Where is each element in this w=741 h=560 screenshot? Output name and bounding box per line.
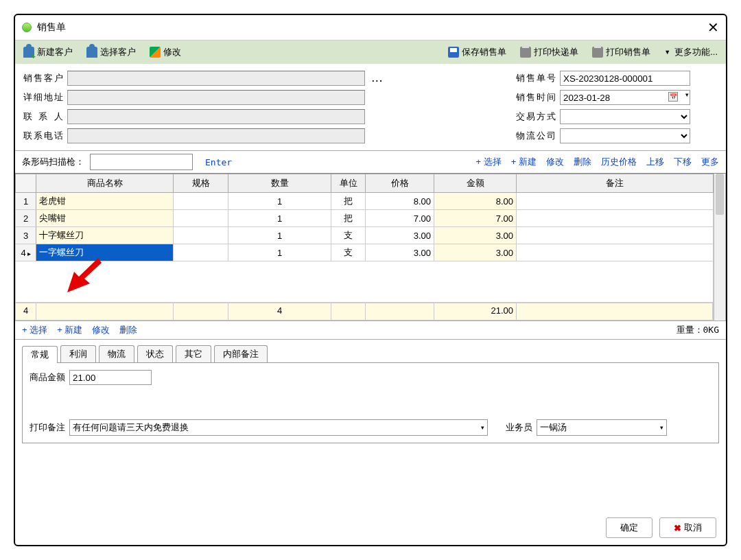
- save-icon: [448, 47, 459, 58]
- cancel-button[interactable]: ✖取消: [659, 517, 716, 538]
- grid-delete-button[interactable]: 删除: [574, 156, 591, 168]
- logistics-label: 物流公司: [516, 130, 556, 142]
- print-order-button[interactable]: 打印销售单: [589, 45, 653, 60]
- print-remark-label: 打印备注: [30, 421, 65, 434]
- col-unit[interactable]: 单位: [331, 174, 366, 193]
- grid-more-button[interactable]: 更多: [701, 156, 719, 168]
- col-remark[interactable]: 备注: [517, 174, 714, 193]
- table-row[interactable]: 3十字螺丝刀1支3.003.00: [16, 227, 714, 244]
- bottom-modify-button[interactable]: 修改: [92, 324, 110, 336]
- bottom-select-button[interactable]: + 选择: [22, 324, 47, 336]
- tab-status[interactable]: 状态: [137, 345, 173, 362]
- product-amount-label: 商品金额: [30, 371, 65, 384]
- person-plus-icon: [23, 47, 34, 58]
- cell-remark[interactable]: [517, 210, 714, 227]
- items-grid[interactable]: 商品名称 规格 数量 单位 价格 金额 备注 1老虎钳1把8.008.002尖嘴…: [15, 174, 714, 320]
- contact-input[interactable]: [67, 109, 365, 124]
- order-no-label: 销售单号: [516, 72, 556, 84]
- col-amount[interactable]: 金额: [434, 174, 517, 193]
- table-row[interactable]: 1老虎钳1把8.008.00: [16, 193, 714, 210]
- cell-qty[interactable]: 1: [228, 193, 331, 210]
- grid-history-button[interactable]: 历史价格: [601, 156, 637, 168]
- grid-empty-area: [15, 261, 714, 303]
- cell-unit[interactable]: 支: [331, 227, 366, 244]
- col-qty[interactable]: 数量: [228, 174, 331, 193]
- cell-remark[interactable]: [517, 193, 714, 210]
- ok-button[interactable]: 确定: [606, 517, 652, 538]
- logistics-select[interactable]: [560, 128, 690, 143]
- cell-unit[interactable]: 把: [331, 193, 366, 210]
- select-customer-button[interactable]: 选择客户: [84, 45, 139, 60]
- grid-select-button[interactable]: + 选择: [476, 156, 502, 168]
- cell-remark[interactable]: [517, 244, 714, 261]
- phone-input[interactable]: [67, 128, 365, 143]
- new-customer-button[interactable]: 新建客户: [21, 45, 75, 60]
- tab-profit[interactable]: 利润: [60, 345, 96, 362]
- tab-internal-remark[interactable]: 内部备注: [214, 345, 268, 362]
- salesperson-label: 业务员: [506, 421, 532, 434]
- cell-amount[interactable]: 3.00: [434, 227, 517, 244]
- modify-label: 修改: [163, 46, 181, 58]
- save-order-button[interactable]: 保存销售单: [445, 45, 509, 60]
- chevron-down-icon[interactable]: ▾: [685, 91, 689, 98]
- col-price[interactable]: 价格: [366, 174, 434, 193]
- enter-hint: Enter: [205, 157, 232, 167]
- print-express-button[interactable]: 打印快递单: [517, 45, 581, 60]
- bottom-new-button[interactable]: + 新建: [57, 324, 82, 336]
- cell-name[interactable]: 尖嘴钳: [36, 210, 174, 227]
- table-row[interactable]: 2尖嘴钳1把7.007.00: [16, 210, 714, 227]
- customer-label: 销售客户: [23, 72, 63, 84]
- cell-spec[interactable]: [174, 193, 228, 210]
- cell-spec[interactable]: [174, 210, 228, 227]
- close-icon[interactable]: ✕: [707, 19, 719, 36]
- save-order-label: 保存销售单: [462, 46, 506, 58]
- cell-spec[interactable]: [174, 244, 228, 261]
- cell-qty[interactable]: 1: [228, 227, 331, 244]
- cell-spec[interactable]: [174, 227, 228, 244]
- cell-name[interactable]: 十字螺丝刀: [36, 227, 174, 244]
- modify-button[interactable]: 修改: [147, 45, 184, 60]
- row-number: 3: [16, 227, 36, 244]
- salesperson-combo[interactable]: 一锅汤 ▾: [537, 419, 667, 436]
- grid-modify-button[interactable]: 修改: [546, 156, 564, 168]
- tab-general[interactable]: 常规: [22, 346, 58, 363]
- cell-remark[interactable]: [517, 227, 714, 244]
- cell-amount[interactable]: 8.00: [434, 193, 517, 210]
- cell-price[interactable]: 3.00: [366, 244, 434, 261]
- trade-type-select[interactable]: [560, 109, 690, 124]
- cell-price[interactable]: 3.00: [366, 227, 434, 244]
- barcode-input[interactable]: [90, 154, 193, 170]
- items-grid-wrap: 商品名称 规格 数量 单位 价格 金额 备注 1老虎钳1把8.008.002尖嘴…: [15, 173, 726, 320]
- svg-marker-0: [67, 258, 102, 292]
- grid-movedown-button[interactable]: 下移: [674, 156, 692, 168]
- phone-label: 联系电话: [23, 130, 63, 142]
- contact-label: 联 系 人: [23, 110, 63, 123]
- product-amount-input[interactable]: [69, 370, 152, 385]
- bottom-delete-button[interactable]: 删除: [119, 324, 137, 336]
- more-functions-button[interactable]: ▼ 更多功能...: [661, 45, 720, 60]
- row-number: 1: [16, 193, 36, 210]
- grid-moveup-button[interactable]: 上移: [646, 156, 664, 168]
- cell-unit[interactable]: 把: [331, 210, 366, 227]
- grid-new-button[interactable]: + 新建: [511, 156, 537, 168]
- customer-input[interactable]: [67, 71, 365, 86]
- col-name[interactable]: 商品名称: [36, 174, 174, 193]
- table-row[interactable]: 4一字螺丝刀1支3.003.00: [16, 244, 714, 261]
- col-spec[interactable]: 规格: [174, 174, 228, 193]
- address-input[interactable]: [67, 90, 365, 105]
- cell-name[interactable]: 老虎钳: [36, 193, 174, 210]
- print-remark-combo[interactable]: 有任何问题请三天内免费退换 ▾: [69, 419, 488, 436]
- cell-amount[interactable]: 3.00: [434, 244, 517, 261]
- cell-qty[interactable]: 1: [228, 244, 331, 261]
- tab-logistics[interactable]: 物流: [99, 345, 134, 362]
- calendar-icon[interactable]: 📅: [668, 92, 678, 102]
- cell-unit[interactable]: 支: [331, 244, 366, 261]
- tab-other[interactable]: 其它: [176, 345, 211, 362]
- customer-lookup-button[interactable]: ...: [369, 73, 386, 84]
- cell-qty[interactable]: 1: [228, 210, 331, 227]
- cell-price[interactable]: 7.00: [366, 210, 434, 227]
- vertical-scrollbar[interactable]: [714, 174, 726, 320]
- print-icon: [520, 47, 531, 58]
- cell-price[interactable]: 8.00: [366, 193, 434, 210]
- cell-amount[interactable]: 7.00: [434, 210, 517, 227]
